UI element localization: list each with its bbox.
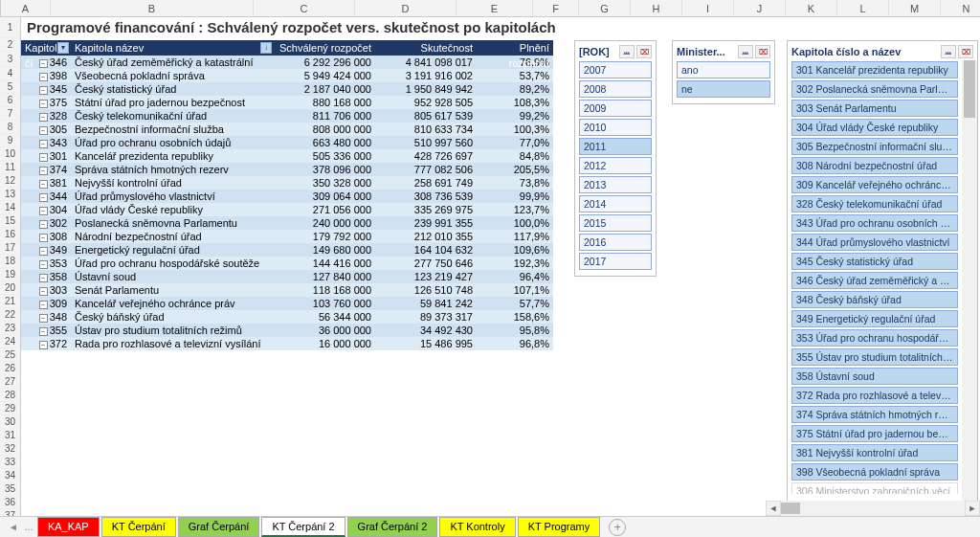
- collapse-icon[interactable]: −: [39, 180, 48, 189]
- sheet-tab[interactable]: KT Programy: [518, 517, 601, 537]
- scroll-right-icon[interactable]: ►: [965, 501, 980, 516]
- collapse-icon[interactable]: −: [39, 274, 48, 282]
- table-row[interactable]: −309Kancelář veřejného ochránce práv103 …: [21, 297, 553, 310]
- slicer-item[interactable]: 358 Ústavní soud: [791, 368, 958, 385]
- slicer-item[interactable]: 381 Nejvyšší kontrolní úřad: [791, 444, 958, 461]
- slicer-item[interactable]: 308 Národní bezpečnostní úřad: [791, 157, 958, 174]
- table-row[interactable]: −381Nejvyšší kontrolní úřad350 328 00025…: [21, 176, 553, 190]
- row-17[interactable]: 17: [0, 241, 20, 255]
- collapse-icon[interactable]: −: [39, 287, 48, 296]
- slicer-item[interactable]: 305 Bezpečnostní informační služba: [791, 138, 958, 155]
- collapse-icon[interactable]: −: [39, 126, 48, 135]
- row-29[interactable]: 29: [0, 402, 20, 415]
- clear-filter-icon[interactable]: ⌧: [636, 45, 652, 58]
- sheet-tab[interactable]: KT Čerpání: [101, 517, 176, 537]
- slicer-item[interactable]: 398 Všeobecná pokladní správa: [791, 463, 958, 481]
- row-34[interactable]: 34: [0, 469, 20, 482]
- slicer-item[interactable]: 328 Český telekomunikační úřad: [791, 195, 958, 213]
- table-row[interactable]: −305Bezpečnostní informační služba808 00…: [21, 123, 553, 136]
- column-I[interactable]: I: [682, 0, 734, 16]
- table-row[interactable]: −304Úřad vlády České republiky271 056 00…: [21, 203, 553, 216]
- collapse-icon[interactable]: −: [39, 167, 48, 175]
- row-33[interactable]: 33: [0, 456, 20, 469]
- collapse-icon[interactable]: −: [39, 327, 48, 336]
- slicer-item-2011[interactable]: 2011: [579, 138, 652, 155]
- column-M[interactable]: M: [889, 0, 941, 16]
- row-23[interactable]: 23: [0, 322, 20, 335]
- column-H[interactable]: H: [631, 0, 682, 16]
- column-J[interactable]: J: [734, 0, 786, 16]
- scrollbar-vertical[interactable]: [962, 60, 977, 504]
- column-C[interactable]: C: [254, 0, 355, 16]
- slicer-item[interactable]: 353 Úřad pro ochranu hospodářské so...: [791, 329, 958, 347]
- filter-dropdown-icon[interactable]: ▾: [57, 42, 69, 54]
- row-26[interactable]: 26: [0, 362, 20, 375]
- row-3[interactable]: 3: [0, 52, 20, 67]
- row-18[interactable]: 18: [0, 255, 20, 268]
- collapse-icon[interactable]: −: [39, 73, 48, 81]
- row-25[interactable]: 25: [0, 348, 20, 362]
- row-8[interactable]: 8: [0, 121, 20, 134]
- row-27[interactable]: 27: [0, 375, 20, 389]
- row-24[interactable]: 24: [0, 335, 20, 348]
- slicer-item[interactable]: 348 Český báňský úřad: [791, 291, 958, 308]
- row-21[interactable]: 21: [0, 295, 20, 308]
- slicer-item-ano[interactable]: ano: [677, 61, 770, 78]
- column-E[interactable]: E: [457, 0, 533, 16]
- sort-dropdown-icon[interactable]: ↓: [260, 42, 272, 54]
- collapse-icon[interactable]: −: [39, 234, 48, 242]
- slicer-item[interactable]: 303 Senát Parlamentu: [791, 100, 958, 117]
- slicer-item-2017[interactable]: 2017: [579, 253, 652, 270]
- collapse-icon[interactable]: −: [39, 86, 48, 95]
- row-13[interactable]: 13: [0, 188, 20, 201]
- table-row[interactable]: −345Český statistický úřad2 187 040 0001…: [21, 82, 553, 96]
- collapse-icon[interactable]: −: [39, 100, 48, 108]
- row-22[interactable]: 22: [0, 308, 20, 322]
- sheet-tab[interactable]: KT Čerpání 2: [261, 517, 345, 537]
- clear-filter-icon[interactable]: ⌧: [755, 45, 770, 58]
- col-kapitola-nazev[interactable]: Kapitola název↓: [71, 40, 274, 56]
- slicer-item[interactable]: 375 Státní úřad pro jadernou bezpečn...: [791, 425, 958, 442]
- slicer-item[interactable]: 345 Český statistický úřad: [791, 253, 958, 270]
- column-L[interactable]: L: [837, 0, 889, 16]
- slicer-item[interactable]: 343 Úřad pro ochranu osobních údajů: [791, 214, 958, 232]
- collapse-icon[interactable]: −: [39, 59, 48, 68]
- row-30[interactable]: 30: [0, 415, 20, 429]
- table-row[interactable]: −349Energetický regulační úřad149 680 00…: [21, 243, 553, 257]
- column-B[interactable]: B: [51, 0, 254, 16]
- collapse-icon[interactable]: −: [39, 207, 48, 215]
- slicer-item[interactable]: 346 Český úřad zeměměřický a katastr...: [791, 272, 958, 289]
- slicer-item[interactable]: 309 Kancelář veřejného ochránce práv: [791, 176, 958, 193]
- slicer-item-2012[interactable]: 2012: [579, 157, 652, 174]
- slicer-item-2015[interactable]: 2015: [579, 214, 652, 232]
- slicer-item[interactable]: 349 Energetický regulační úřad: [791, 310, 958, 327]
- row-1[interactable]: 1: [0, 17, 20, 38]
- row-11[interactable]: 11: [0, 161, 20, 174]
- row-16[interactable]: 16: [0, 228, 20, 241]
- column-N[interactable]: N: [941, 0, 980, 16]
- slicer-item[interactable]: 304 Úřad vlády České republiky: [791, 119, 958, 136]
- slicer-item-2016[interactable]: 2016: [579, 234, 652, 251]
- slicer-item-2013[interactable]: 2013: [579, 176, 652, 193]
- slicer-item-2009[interactable]: 2009: [579, 100, 652, 117]
- column-F[interactable]: F: [533, 0, 579, 16]
- table-row[interactable]: −308Národní bezpečnostní úřad179 792 000…: [21, 230, 553, 243]
- tab-nav-more[interactable]: …: [24, 522, 33, 532]
- row-6[interactable]: 6: [0, 94, 20, 107]
- collapse-icon[interactable]: −: [39, 341, 48, 349]
- table-row[interactable]: −372Rada pro rozhlasové a televizní vysí…: [21, 337, 553, 350]
- slicer-item-2008[interactable]: 2008: [579, 80, 652, 98]
- collapse-icon[interactable]: −: [39, 153, 48, 162]
- table-row[interactable]: −348Český báňský úřad56 344 00089 373 31…: [21, 310, 553, 324]
- collapse-icon[interactable]: −: [39, 220, 48, 229]
- row-35[interactable]: 35: [0, 482, 20, 496]
- row-4[interactable]: 4: [0, 67, 20, 80]
- slicer-item-ne[interactable]: ne: [677, 80, 770, 98]
- table-row[interactable]: −358Ústavní soud127 840 000123 219 42796…: [21, 270, 553, 283]
- collapse-icon[interactable]: −: [39, 113, 48, 122]
- row-36[interactable]: 36: [0, 496, 20, 509]
- collapse-icon[interactable]: −: [39, 260, 48, 269]
- column-D[interactable]: D: [355, 0, 457, 16]
- table-row[interactable]: −328Český telekomunikační úřad811 706 00…: [21, 109, 553, 123]
- col-schvaleny-rozpocet[interactable]: Schválený rozpočet: [274, 40, 375, 56]
